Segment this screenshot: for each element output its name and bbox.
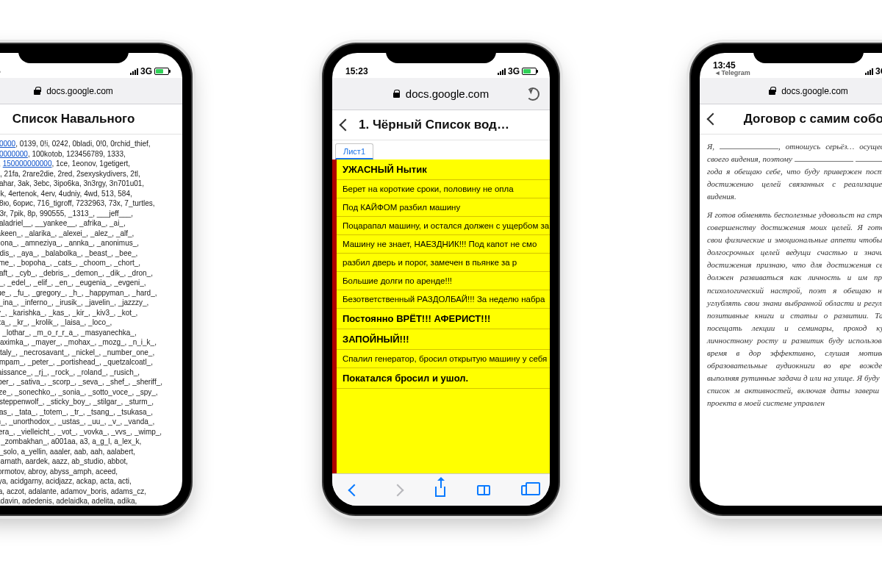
nav-forward-icon [390,482,406,498]
body-text: nf_, _dyr_, _edel_, _elif_, _en_, _eugen… [0,279,146,287]
link[interactable]: 150000000000 [3,159,52,168]
bookmarks-icon[interactable] [476,482,492,498]
sheet-row[interactable]: УЖАСНЫЙ Нытик [337,159,550,180]
doc-title: 1. Чёрный Список вод… [359,118,509,132]
status-indicators: 3G [865,66,882,76]
link[interactable]: 10000000000 [0,150,28,158]
paragraph: Я готов обменять бесполезные удовольст н… [707,209,882,409]
back-arrow-icon[interactable] [340,119,352,132]
sheet-row[interactable]: ЗАПОЙНЫЙ!!! [337,329,550,350]
network-label: 3G [140,66,152,76]
sheet-body[interactable]: УЖАСНЫЙ НытикБерет на короткие сроки, по… [332,159,550,473]
tabs-icon[interactable] [520,482,536,498]
nav-back-icon[interactable] [346,482,362,498]
lock-icon [769,87,775,95]
doc-body[interactable]: Я, , отношусь серьёз… осуществлению свое… [700,135,882,506]
body-text: , 0139, 0!i, 0242, 0bladi, 0!0, 0rchid_t… [15,140,150,148]
sheet-row[interactable]: Под КАЙФОМ разбил машину [337,198,550,217]
body-text: _a_po, a_solo, a_yellin, aaaler, aab, aa… [0,448,135,456]
doc-header: 1. Чёрный Список вод… [332,110,550,140]
sheet-row[interactable]: Покатался бросил и ушол. [337,368,550,389]
body-text: 88, 3a, 3ahar, 3ak, 3ebc, 3ipo6ka, 3n3rg… [0,179,144,187]
paragraph: Я, , отношусь серьёз… осуществлению свое… [707,140,882,203]
body-text: _, _fonque_, _fu_, _gregory_, _h_, _happ… [0,289,157,297]
blank-field[interactable] [720,142,778,149]
body-text: t__soul_, _lothar_, _m_o_r_r_a_, _masyan… [0,329,137,337]
network-label: 3G [508,66,520,76]
signal-bars-icon [130,68,138,75]
status-time: 15:23 [345,66,368,76]
url-text: docs.google.com [781,86,848,96]
phone-right: 13:45 ◂ Telegram 3G docs.google.com Дого… [691,44,882,514]
sheet-row[interactable]: Безответственный РАЗДОЛБАЙ!!! За неделю … [337,290,550,309]
signal-bars-icon [498,68,506,75]
url-bar[interactable]: docs.google.com [0,78,182,104]
body-text: n_, _renaissance_, _rj_, _rock_, _roland… [0,368,140,376]
back-to-app[interactable]: ◂ Telegram [713,70,750,76]
phone-center: 15:23 3G docs.google.com 1. Чёрный Списо… [323,44,559,514]
back-arrow-icon[interactable] [707,113,720,126]
body-text: oonets_, _zombakhan_, a001aa, a3, a_g_l,… [0,437,141,445]
sheet-row[interactable]: разбил дверь и порог, замечен в пьянке з… [337,254,550,272]
body-text: kirov, abormotov, abroy, abyss_amph, ace… [0,467,118,476]
refresh-icon[interactable] [526,87,539,101]
doc-body[interactable]: 00000000000, 0139, 0!i, 0242, 0bladi, 0!… [0,135,182,506]
signal-bars-icon [865,68,873,75]
body-text: nek_, _alona_, _amneziya_, _annka_, _ano… [0,239,139,247]
share-icon[interactable] [433,482,449,498]
body-text: amp_, _tas_, _tata_, _totem_, _tr_, _tsa… [0,408,153,416]
url-bar[interactable]: docs.google.com [332,78,550,110]
body-text: tik_, _saper_, _sativa_, _scorp_, _seva_… [0,378,162,386]
sheet-row[interactable]: Постоянно ВРЁТ!!! АФЕРИСТ!!! [337,309,550,329]
body-text: yx, 3r, 4ek, 4ertenok, 4erv, 4udniy, 4wd… [0,190,132,198]
notch [386,44,496,63]
body-text: , 100kotob, 123456789, 1333, [28,150,126,158]
body-text: y_, _jerry_, _karishka_, _kas_, _kir_, _… [0,309,137,317]
body-text: a_boy_, _ina_, _inferno_, _irusik_, _jav… [0,298,148,306]
body-text: win_, _maximka_, _mayer_, _mohax_, _mozg… [0,338,157,346]
screen-center: 15:23 3G docs.google.com 1. Чёрный Списо… [332,53,550,506]
lock-icon [34,87,40,95]
body-text: za_doreza_, _kr_, _krolik_, _laisa_, _lo… [0,318,112,326]
body-text: thka_, _akeen_, _alarika_, _alexei_, _al… [0,229,134,237]
body-text: , 1ce, 1eonov, 1getigert, [51,159,130,168]
screen-left: 13:45 3G docs.google.com Список Навально… [0,53,182,506]
body-text: lyv_, _nataly_, _necrosavant_, _nickel_,… [0,348,154,356]
body-text: ung_kasya, acidgarny, acidjazz, ackap, a… [0,477,132,485]
sheet-row[interactable]: Берет на короткие сроки, половину не опл… [337,180,550,198]
notch [753,44,864,63]
status-indicators: 3G [130,66,169,76]
screen-right: 13:45 ◂ Telegram 3G docs.google.com Дого… [700,53,882,506]
body-text: phan_, _steppenwolf_, _sticky_boy_, _sti… [0,398,154,406]
body-text: uta_, _ardis_, _aya_, _balabolka_, _beas… [0,249,137,257]
body-text: eep, 6бр8ю, 6орис, 716_tigroff, 7232963,… [0,199,154,207]
notch [18,44,129,63]
doc-header: Договор с самим собой [700,104,882,135]
sheet-row[interactable]: Поцарапал машину, и остался должен с уще… [337,217,550,235]
status-indicators: 3G [498,66,537,76]
blank-field[interactable] [795,154,853,162]
body-text: en_, __galadriel__, __yankee__, _afrika_… [0,219,126,227]
doc-title: Договор с самим собой [726,112,882,126]
sheet-row[interactable]: Машину не знает, НАЕЗДНИК!!! Под капот н… [337,235,550,254]
safari-toolbar [332,473,550,506]
sheet-tab[interactable]: Лист1 [335,143,373,159]
battery-icon [522,68,537,75]
body-text: ixe, aangarnath, aardek, aazz, ab_studio… [0,457,128,465]
body-text: pitie_o, adavin, adedenis, adelaidka, ad… [0,497,137,505]
phone-left: 13:45 3G docs.google.com Список Навально… [0,44,191,514]
url-bar[interactable]: docs.google.com [700,78,882,104]
link[interactable]: 00000000000 [0,140,15,148]
body-text: e12, acya, aczot, adalante, adamov_boris… [0,487,146,495]
url-text: docs.google.com [406,87,489,100]
lock-icon [393,90,400,98]
sheet-row[interactable]: Спалил генератор, бросил открытую машину… [337,350,550,368]
sheet-row[interactable]: Большие долги по аренде!!! [337,272,550,290]
doc-header: Список Навального [0,104,182,135]
body-text: ser_, _craft_, _cyb_, _debris_, _demon_,… [0,269,153,277]
doc-title: Список Навального [0,112,173,126]
status-time: 13:45 [0,66,1,76]
network-label: 3G [875,66,882,76]
body-text: in_, _unn_, _unorthodox_, _ustas_, _uu_,… [0,417,154,426]
blank-field[interactable] [856,154,882,162]
